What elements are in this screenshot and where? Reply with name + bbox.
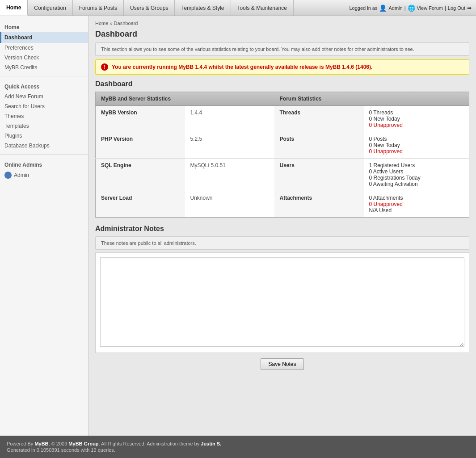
- stats-row-value-1: 5.2.5: [185, 132, 274, 159]
- tab-home[interactable]: Home: [0, 0, 28, 16]
- warning-message-pre: You are currently running MyBB 1.4.4 whi…: [112, 64, 324, 70]
- sidebar: Home Dashboard Preferences Version Check…: [0, 16, 88, 436]
- warning-version-text: 1.4.6 (1406).: [342, 64, 372, 70]
- stat-line-0-0: 0 Threads: [369, 109, 464, 116]
- sidebar-divider-2: [0, 154, 88, 155]
- notes-container: [95, 252, 469, 353]
- footer-mybb-group-link[interactable]: MyBB Group: [68, 441, 98, 446]
- admin-online-item: Admin: [0, 170, 88, 181]
- stats-row-stat-label-2: Users: [274, 159, 364, 191]
- sidebar-quick-access-section: Quick Access: [0, 80, 88, 92]
- page-title: Dashboard: [95, 29, 469, 39]
- stats-table: MyBB and Server Statistics Forum Statist…: [95, 92, 469, 218]
- stat-line-2-0: 1 Registered Users: [369, 162, 464, 168]
- stats-row-stat-value-2: 1 Registered Users0 Active Users0 Regist…: [364, 159, 469, 191]
- tab-users-groups[interactable]: Users & Groups: [124, 0, 175, 16]
- view-forum-link[interactable]: View Forum: [417, 5, 443, 11]
- warning-box: ! You are currently running MyBB 1.4.4 w…: [95, 59, 469, 75]
- sidebar-divider-1: [0, 76, 88, 76]
- stats-row-value-2: MySQLi 5.0.51: [185, 159, 274, 191]
- tab-tools-maintenance[interactable]: Tools & Maintenance: [231, 0, 294, 16]
- globe-icon: 🌐: [408, 4, 415, 12]
- sidebar-item-dashboard[interactable]: Dashboard: [0, 32, 88, 43]
- main-content: Home » Dashboard Dashboard This section …: [88, 16, 476, 436]
- sidebar-online-admins-section: Online Admins: [0, 158, 88, 170]
- admin-link[interactable]: Admin: [388, 5, 402, 11]
- tab-forums-posts[interactable]: Forums & Posts: [73, 0, 124, 16]
- stats-header-left: MyBB and Server Statistics: [96, 92, 274, 106]
- stats-row-stat-label-0: Threads: [274, 106, 364, 132]
- sidebar-item-templates[interactable]: Templates: [0, 121, 88, 131]
- stats-row-stat-label-1: Posts: [274, 132, 364, 159]
- footer: Powered By MyBB, © 2009 MyBB Group. All …: [0, 436, 476, 458]
- stats-row-stat-value-3: 0 Attachments0 UnapprovedN/A Used: [364, 191, 469, 218]
- sidebar-item-mybb-credits[interactable]: MyBB Credits: [0, 63, 88, 72]
- stat-line-0-1: 0 New Today: [369, 116, 464, 122]
- admin-user-icon: 👤: [379, 4, 387, 12]
- breadcrumb-separator: »: [110, 21, 114, 26]
- warning-text: You are currently running MyBB 1.4.4 whi…: [112, 64, 372, 70]
- admin-notes-textarea[interactable]: [100, 257, 464, 347]
- sidebar-item-search-for-users[interactable]: Search for Users: [0, 101, 88, 111]
- top-right-info: Logged in as 👤 Admin | 🌐 View Forum | Lo…: [345, 0, 476, 16]
- stats-row-label-0: MyBB Version: [96, 106, 185, 132]
- logout-icon: ➡: [467, 5, 472, 11]
- stat-line-3-0: 0 Attachments: [369, 195, 464, 201]
- tab-templates-style[interactable]: Templates & Style: [175, 0, 231, 16]
- sidebar-item-database-backups[interactable]: Database Backups: [0, 141, 88, 151]
- breadcrumb-current: Dashboard: [114, 21, 138, 26]
- stat-line-3-2: N/A Used: [369, 207, 464, 214]
- warning-icon: !: [101, 63, 108, 71]
- footer-justin-link[interactable]: Justin S.: [201, 441, 221, 446]
- stat-line-2-1: 0 Active Users: [369, 168, 464, 175]
- logged-in-label: Logged in as: [349, 5, 377, 11]
- stats-row-label-2: SQL Engine: [96, 159, 185, 191]
- tab-configuration[interactable]: Configuration: [28, 0, 72, 16]
- stat-line-1-2: 0 Unapproved: [369, 148, 464, 155]
- dashboard-section-title: Dashboard: [95, 80, 469, 88]
- stats-row-stat-value-0: 0 Threads0 New Today0 Unapproved: [364, 106, 469, 132]
- admin-avatar-icon: [4, 172, 12, 179]
- stats-header-right: Forum Statistics: [274, 92, 469, 106]
- stats-row-value-3: Unknown: [185, 191, 274, 218]
- sidebar-item-version-check[interactable]: Version Check: [0, 53, 88, 63]
- footer-line2: Generated in 0.1050391 seconds with 19 q…: [7, 447, 469, 453]
- logout-link[interactable]: Log Out: [448, 5, 465, 11]
- top-nav: Home Configuration Forums & Posts Users …: [0, 0, 476, 16]
- stats-row-label-3: Server Load: [96, 191, 185, 218]
- stat-line-2-2: 0 Registrations Today: [369, 175, 464, 181]
- stat-line-1-1: 0 New Today: [369, 142, 464, 148]
- admin-notes-info: These notes are public to all administra…: [95, 236, 469, 250]
- footer-mybb-link[interactable]: MyBB: [34, 441, 48, 446]
- footer-powered-by: Powered By: [7, 441, 33, 446]
- admin-online-name: Admin: [14, 172, 29, 178]
- sidebar-item-add-new-forum[interactable]: Add New Forum: [0, 92, 88, 101]
- breadcrumb-home[interactable]: Home: [95, 21, 108, 26]
- footer-copy-year: , © 2009: [49, 441, 67, 446]
- footer-line1: Powered By MyBB, © 2009 MyBB Group. All …: [7, 441, 469, 446]
- sidebar-item-themes[interactable]: Themes: [0, 111, 88, 121]
- stat-line-2-3: 0 Awaiting Activation: [369, 181, 464, 187]
- stat-line-0-2: 0 Unapproved: [369, 122, 464, 128]
- footer-rights: . All Rights Reserved. Administration th…: [99, 441, 200, 446]
- stats-row-stat-label-3: Attachments: [274, 191, 364, 218]
- save-notes-button[interactable]: Save Notes: [261, 358, 303, 370]
- stats-row-label-1: PHP Version: [96, 132, 185, 159]
- stat-line-3-1: 0 Unapproved: [369, 201, 464, 207]
- stat-line-1-0: 0 Posts: [369, 136, 464, 142]
- sidebar-item-plugins[interactable]: Plugins: [0, 131, 88, 141]
- stats-row-value-0: 1.4.4: [185, 106, 274, 132]
- stats-row-stat-value-1: 0 Posts0 New Today0 Unapproved: [364, 132, 469, 159]
- breadcrumb: Home » Dashboard: [95, 21, 469, 26]
- info-box: This section allows you to see some of t…: [95, 42, 469, 56]
- warning-mybb-link: MyBB: [325, 64, 341, 70]
- sidebar-home-section: Home: [0, 21, 88, 32]
- save-notes-wrapper: Save Notes: [95, 358, 469, 370]
- admin-notes-title: Administrator Notes: [95, 225, 469, 233]
- sidebar-item-preferences[interactable]: Preferences: [0, 43, 88, 53]
